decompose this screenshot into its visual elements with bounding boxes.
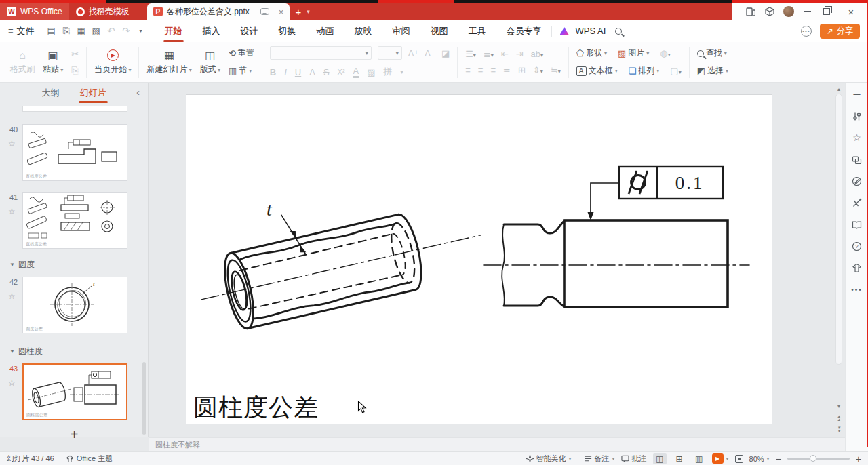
split-screen-icon[interactable] [742, 5, 760, 18]
font-family-combo[interactable]: ▾ [270, 46, 372, 60]
undo-icon[interactable]: ↶ [104, 24, 119, 38]
scroll-up-icon[interactable]: ▴ [834, 84, 844, 94]
text-direction-icon[interactable]: ab▾ [531, 49, 543, 59]
line-spacing-icon[interactable]: ⇕▾ [533, 65, 543, 75]
close-tab-icon[interactable]: × [279, 7, 284, 17]
zoom-slider[interactable] [787, 458, 850, 460]
beautify-pen-icon[interactable] [852, 176, 863, 186]
strikethrough-button[interactable]: S [323, 67, 330, 77]
numbered-list-icon[interactable]: ≣▾ [484, 49, 494, 59]
wps-home-tab[interactable]: W WPS Office [0, 3, 69, 20]
document-tab[interactable]: P 各种形位公差含义.pptx × [147, 3, 290, 20]
tab-tools[interactable]: 工具 [467, 22, 488, 40]
arrange-button[interactable]: ❏排列▾ [629, 65, 660, 77]
save-icon[interactable]: ▤ [44, 24, 59, 38]
slide-item-43[interactable]: 43 ☆ [0, 363, 149, 422]
help-icon[interactable]: ? [852, 241, 863, 251]
panel-scrollbar-thumb[interactable] [142, 362, 146, 435]
slide-sorter-view-button[interactable]: ⊞ [673, 453, 686, 464]
slide-thumbnail-partial[interactable] [22, 106, 127, 112]
zoom-out-button[interactable]: − [776, 453, 781, 464]
copy-icon[interactable]: ⎘ [71, 65, 78, 76]
zoom-slider-thumb[interactable] [810, 455, 816, 462]
distribute-icon[interactable]: ⊞ [518, 65, 526, 75]
previous-slide-icon[interactable]: ▴▴ [834, 413, 844, 422]
align-left-icon[interactable]: ≡ [465, 65, 471, 75]
new-slide-button[interactable]: ▦ 新建幻灯片 ▾ [146, 49, 191, 75]
slide-item-41[interactable]: 41 ☆ 直线度公差 [0, 192, 149, 250]
tab-list-caret-icon[interactable]: ▾ [307, 3, 310, 20]
scroll-down-icon[interactable]: ▾ [834, 401, 844, 411]
export-icon[interactable]: ⎘ [59, 24, 74, 38]
comments-button[interactable]: 批注 [621, 453, 647, 464]
tab-insert[interactable]: 插入 [201, 22, 222, 40]
format-painter-button[interactable]: ⌂ 格式刷 [10, 49, 35, 75]
tab-home[interactable]: 开始 [163, 22, 184, 40]
reading-view-button[interactable]: ▥ [692, 453, 706, 464]
reset-button[interactable]: ⟲重置 [229, 47, 254, 59]
slide-thumbnail[interactable]: 直线度公差 [22, 192, 127, 249]
bullet-list-icon[interactable]: ☰▾ [465, 49, 476, 59]
fit-to-window-icon[interactable] [735, 455, 743, 463]
textbox-button[interactable]: A文本框▾ [576, 65, 618, 77]
wps-ai-button[interactable]: WPS AI [560, 26, 606, 36]
smart-beautify-button[interactable]: 智能美化▾ [526, 453, 572, 464]
tab-transition[interactable]: 切换 [277, 22, 298, 40]
slide-title-textbox[interactable]: 圆柱度公差 [193, 391, 319, 424]
char-border-button[interactable]: A [309, 67, 315, 77]
fill-color-icon[interactable]: ◍▾ [660, 48, 670, 58]
avatar[interactable] [780, 5, 797, 18]
italic-button[interactable]: I [284, 67, 287, 77]
tab-slideshow[interactable]: 放映 [353, 22, 374, 40]
new-tab-button[interactable]: + [290, 3, 307, 20]
switch-pages-icon[interactable] [852, 154, 863, 165]
layout-button[interactable]: ◫ 版式 ▾ [200, 49, 220, 75]
slide-item-42[interactable]: 42 ☆ t 圆度公差 [0, 277, 149, 335]
more-tools-icon[interactable]: ••• [852, 284, 863, 295]
docer-resources-icon[interactable]: ☆ [852, 132, 863, 143]
underline-button[interactable]: U [295, 67, 301, 77]
font-color-button[interactable]: A [353, 66, 359, 78]
tab-member[interactable]: 会员专享 [505, 22, 543, 40]
section-button[interactable]: ▥节▾ [229, 65, 252, 77]
slide-item-40[interactable]: 40 ☆ 直线度公差 [0, 124, 149, 182]
outline-color-icon[interactable]: ▢▾ [670, 66, 681, 76]
notes-button[interactable]: 备注▾ [585, 453, 615, 464]
editing-canvas[interactable]: t 0.1 圆 [149, 83, 845, 437]
clear-format-icon[interactable]: ◪ [441, 48, 450, 58]
quick-access-caret-icon[interactable]: ▾ [134, 24, 149, 38]
docer-tab[interactable]: 找稻壳模板 [69, 3, 136, 20]
add-slide-button[interactable]: + [0, 427, 149, 443]
next-slide-icon[interactable]: ▾▾ [834, 424, 844, 434]
highlight-button[interactable]: ▨ [367, 67, 375, 77]
find-button[interactable]: 查找▾ [697, 47, 727, 59]
normal-view-button[interactable]: ◫ [653, 453, 667, 464]
picture-button[interactable]: ▧图片▾ [618, 47, 649, 59]
object-properties-icon[interactable] [852, 110, 863, 121]
justify-icon[interactable]: ≣ [503, 65, 511, 75]
material-library-icon[interactable] [852, 219, 863, 230]
star-icon[interactable]: ☆ [8, 291, 16, 301]
redo-icon[interactable]: ↷ [119, 24, 134, 38]
minimize-button[interactable] [799, 5, 816, 18]
tab-design[interactable]: 设计 [239, 22, 260, 40]
notes-bar[interactable]: 圆柱度不解释 [149, 437, 845, 451]
tab-animation[interactable]: 动画 [315, 22, 336, 40]
font-size-combo[interactable]: ▾ [378, 46, 402, 60]
cut-icon[interactable]: ✂ [71, 49, 79, 59]
play-from-current-button[interactable]: ▶ 当页开始 ▾ [94, 49, 131, 75]
paragraph-spacing-icon[interactable]: ≒▾ [551, 65, 561, 75]
star-icon[interactable]: ☆ [8, 139, 16, 148]
slide-thumbnail[interactable]: 直线度公差 [22, 124, 127, 181]
star-icon[interactable]: ☆ [8, 378, 16, 388]
smart-tools-icon[interactable] [852, 197, 863, 208]
increase-indent-icon[interactable]: ⇥ [516, 49, 524, 59]
tab-outline[interactable]: 大纲 [41, 84, 61, 102]
slide-43-canvas[interactable]: t 0.1 圆 [186, 95, 772, 424]
tab-view[interactable]: 视图 [429, 22, 450, 40]
select-button[interactable]: ◩选择▾ [697, 65, 728, 77]
scrollbar-thumb[interactable] [835, 94, 842, 365]
superscript-button[interactable]: X² [338, 68, 345, 76]
print-preview-icon[interactable]: ▧ [89, 24, 104, 38]
zoom-level[interactable]: 80%▾ [749, 455, 770, 463]
